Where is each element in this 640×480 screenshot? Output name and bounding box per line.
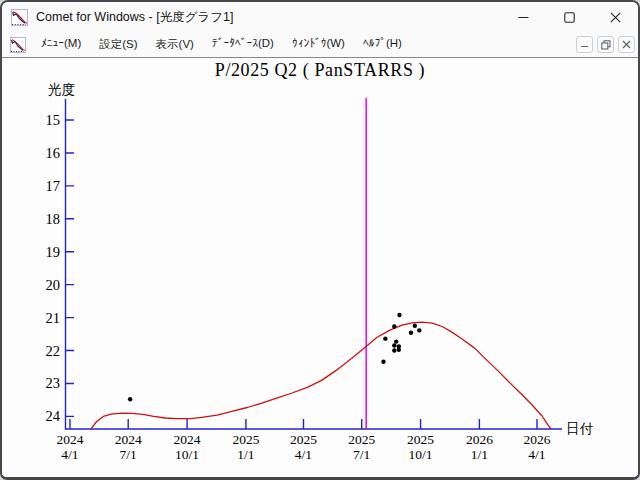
y-tick-label: 23 [46, 375, 61, 391]
title-bar: Comet for Windows - [光度グラフ1] [2, 2, 638, 32]
observation-point [397, 348, 401, 352]
maximize-button[interactable] [546, 2, 592, 32]
mdi-restore-button[interactable] [597, 36, 614, 53]
x-tick-label-year: 2025 [348, 432, 375, 447]
observation-point [381, 360, 385, 364]
mdi-close-button[interactable] [618, 36, 635, 53]
x-tick-label-year: 2025 [232, 432, 259, 447]
mdi-minimize-icon [580, 40, 589, 49]
close-button[interactable] [592, 2, 638, 32]
observation-point [383, 336, 387, 340]
y-tick-label: 17 [46, 178, 61, 194]
observation-point [392, 324, 396, 328]
y-tick-label: 21 [46, 310, 61, 326]
y-tick-label: 18 [46, 211, 61, 227]
observation-point [128, 397, 132, 401]
menu-item-help[interactable]: ﾍﾙﾌﾟ(H) [354, 34, 411, 55]
minimize-icon [518, 12, 529, 23]
mdi-window-controls [572, 36, 635, 53]
mdi-close-icon [622, 40, 631, 49]
window-title: Comet for Windows - [光度グラフ1] [36, 9, 233, 26]
menu-items: ﾒﾆｭｰ(M)設定(S)表示(V)ﾃﾞｰﾀﾍﾞｰｽ(D)ｳｨﾝﾄﾞｳ(W)ﾍﾙﾌ… [32, 34, 411, 55]
x-tick-label-year: 2024 [115, 432, 142, 447]
x-tick-label-date: 4/1 [528, 447, 545, 462]
x-tick-label-year: 2025 [407, 432, 434, 447]
mdi-minimize-button[interactable] [576, 36, 593, 53]
document-comet-icon [10, 37, 26, 53]
x-tick-label-year: 2024 [174, 432, 201, 447]
y-tick-label: 24 [46, 408, 61, 424]
menu-bar: ﾒﾆｭｰ(M)設定(S)表示(V)ﾃﾞｰﾀﾍﾞｰｽ(D)ｳｨﾝﾄﾞｳ(W)ﾍﾙﾌ… [2, 32, 638, 58]
maximize-icon [564, 12, 575, 23]
observation-point [409, 331, 413, 335]
y-tick-label: 19 [46, 244, 61, 260]
minimize-button[interactable] [500, 2, 546, 32]
x-tick-label-year: 2025 [290, 432, 317, 447]
x-tick-label-year: 2026 [466, 432, 493, 447]
observation-point [417, 328, 421, 332]
menu-item-settings[interactable]: 設定(S) [90, 34, 146, 55]
x-tick-label-date: 10/1 [175, 447, 199, 462]
chart-area: P/2025 Q2 ( PanSTARRS ) 光度 日付 1516171819… [2, 58, 638, 480]
comet-app-icon [11, 9, 28, 26]
y-tick-label: 15 [46, 112, 61, 128]
observation-point [413, 324, 417, 328]
menu-item-window[interactable]: ｳｨﾝﾄﾞｳ(W) [283, 34, 354, 55]
y-tick-label: 22 [46, 343, 61, 359]
menu-item-view[interactable]: 表示(V) [147, 34, 203, 55]
x-tick-label-date: 1/1 [471, 447, 488, 462]
mdi-restore-icon [601, 40, 611, 50]
menu-item-database[interactable]: ﾃﾞｰﾀﾍﾞｰｽ(D) [203, 34, 283, 55]
y-tick-label: 20 [46, 277, 61, 293]
x-tick-label-date: 7/1 [353, 447, 370, 462]
observation-point [394, 339, 398, 343]
app-window: Comet for Windows - [光度グラフ1] ﾒﾆｭｰ(M)設定(S… [0, 0, 640, 480]
model-light-curve [91, 322, 551, 429]
x-tick-label-year: 2026 [523, 432, 550, 447]
observation-point [392, 343, 396, 347]
x-tick-label-date: 4/1 [61, 447, 78, 462]
x-tick-label-date: 7/1 [120, 447, 137, 462]
x-tick-label-date: 1/1 [237, 447, 254, 462]
y-tick-label: 16 [46, 145, 61, 161]
observation-point [397, 313, 401, 317]
x-tick-label-date: 10/1 [409, 447, 433, 462]
light-curve-plot: 1516171819202122232420244/120247/1202410… [2, 58, 640, 480]
x-tick-label-year: 2024 [57, 432, 84, 447]
menu-item-menu[interactable]: ﾒﾆｭｰ(M) [32, 34, 90, 55]
x-tick-label-date: 4/1 [295, 447, 312, 462]
window-controls [500, 2, 638, 32]
observation-point [392, 348, 396, 352]
close-icon [610, 12, 621, 23]
